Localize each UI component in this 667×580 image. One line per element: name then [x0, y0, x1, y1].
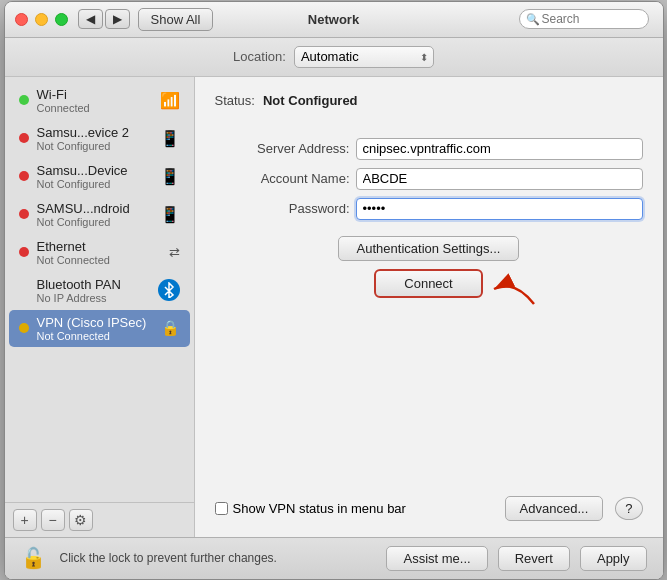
password-label: Password:	[215, 201, 350, 216]
minimize-button[interactable]	[35, 13, 48, 26]
phone-icon-2: 📱	[160, 167, 180, 186]
location-bar: Location: Automatic ⬍	[5, 38, 663, 77]
buttons-row: Authentication Settings... Connect	[215, 236, 643, 298]
item-sub-samsungandroid: Not Configured	[37, 216, 152, 228]
account-name-label: Account Name:	[215, 171, 350, 186]
sidebar-list: Wi-Fi Connected 📶 Samsu...evice 2 Not Co…	[5, 77, 194, 502]
location-select-wrapper: Automatic ⬍	[294, 46, 434, 68]
item-name-samsungandroid: SAMSU...ndroid	[37, 201, 152, 216]
assist-me-button[interactable]: Assist me...	[386, 546, 487, 571]
footer: 🔓 Click the lock to prevent further chan…	[5, 537, 663, 579]
back-button[interactable]: ◀	[78, 9, 103, 29]
server-address-label: Server Address:	[215, 141, 350, 156]
status-dot-samsungdevice	[19, 171, 29, 181]
traffic-lights	[15, 13, 68, 26]
bottom-bar-panel: Show VPN status in menu bar Advanced... …	[215, 496, 643, 521]
item-name-wifi: Wi-Fi	[37, 87, 152, 102]
sidebar-bottom: + − ⚙	[5, 502, 194, 537]
lock-footer-icon[interactable]: 🔓	[21, 546, 46, 570]
network-window: ◀ ▶ Show All Network 🔍 Location: Automat…	[4, 1, 664, 580]
show-vpn-label: Show VPN status in menu bar	[233, 501, 406, 516]
spacer	[215, 308, 643, 486]
auth-settings-button[interactable]: Authentication Settings...	[338, 236, 520, 261]
status-dot-samsungandroid	[19, 209, 29, 219]
sidebar-item-ethernet[interactable]: Ethernet Not Connected ⇄	[9, 234, 190, 271]
item-sub-samsungdevice: Not Configured	[37, 178, 152, 190]
sidebar-item-samsungandroid[interactable]: SAMSU...ndroid Not Configured 📱	[9, 196, 190, 233]
remove-network-button[interactable]: −	[41, 509, 65, 531]
sidebar-item-bluetooth[interactable]: Bluetooth PAN No IP Address	[9, 272, 190, 309]
arrow-hint	[484, 259, 544, 312]
lock-text: Click the lock to prevent further change…	[60, 551, 377, 565]
status-dot-ethernet	[19, 247, 29, 257]
close-button[interactable]	[15, 13, 28, 26]
item-name-samsung2: Samsu...evice 2	[37, 125, 152, 140]
sidebar-item-samsungdevice[interactable]: Samsu...Device Not Configured 📱	[9, 158, 190, 195]
server-address-input[interactable]	[356, 138, 643, 160]
connect-button[interactable]: Connect	[374, 269, 482, 298]
window-title: Network	[308, 12, 359, 27]
password-input[interactable]	[356, 198, 643, 220]
status-dot-samsung2	[19, 133, 29, 143]
sidebar-item-samsung2[interactable]: Samsu...evice 2 Not Configured 📱	[9, 120, 190, 157]
account-name-input[interactable]	[356, 168, 643, 190]
forward-button[interactable]: ▶	[105, 9, 130, 29]
maximize-button[interactable]	[55, 13, 68, 26]
titlebar: ◀ ▶ Show All Network 🔍	[5, 2, 663, 38]
add-network-button[interactable]: +	[13, 509, 37, 531]
form-section: Server Address: Account Name: Password:	[215, 138, 643, 220]
search-box: 🔍	[519, 9, 649, 29]
item-name-bluetooth: Bluetooth PAN	[37, 277, 150, 292]
item-name-vpn: VPN (Cisco IPSec)	[37, 315, 153, 330]
phone-icon-1: 📱	[160, 129, 180, 148]
show-vpn-row: Show VPN status in menu bar	[215, 501, 406, 516]
status-dot-vpn	[19, 323, 29, 333]
item-name-samsungdevice: Samsu...Device	[37, 163, 152, 178]
phone-icon-3: 📱	[160, 205, 180, 224]
sidebar-item-vpn[interactable]: VPN (Cisco IPSec) Not Connected 🔒	[9, 310, 190, 347]
show-vpn-checkbox[interactable]	[215, 502, 228, 515]
wifi-icon: 📶	[160, 91, 180, 110]
account-name-row: Account Name:	[215, 168, 643, 190]
location-label: Location:	[233, 49, 286, 64]
bluetooth-icon	[158, 279, 180, 301]
item-sub-vpn: Not Connected	[37, 330, 153, 342]
help-button[interactable]: ?	[615, 497, 642, 520]
sidebar-item-wifi[interactable]: Wi-Fi Connected 📶	[9, 82, 190, 119]
status-value: Not Configured	[263, 93, 358, 108]
password-row: Password:	[215, 198, 643, 220]
location-select[interactable]: Automatic	[294, 46, 434, 68]
item-sub-samsung2: Not Configured	[37, 140, 152, 152]
apply-button[interactable]: Apply	[580, 546, 647, 571]
lock-icon: 🔒	[161, 319, 180, 337]
advanced-button[interactable]: Advanced...	[505, 496, 604, 521]
server-address-row: Server Address:	[215, 138, 643, 160]
sidebar: Wi-Fi Connected 📶 Samsu...evice 2 Not Co…	[5, 77, 195, 537]
main-content: Wi-Fi Connected 📶 Samsu...evice 2 Not Co…	[5, 77, 663, 537]
main-panel: Status: Not Configured Server Address: A…	[195, 77, 663, 537]
ethernet-icon: ⇄	[169, 245, 180, 260]
item-sub-wifi: Connected	[37, 102, 152, 114]
item-sub-ethernet: Not Connected	[37, 254, 161, 266]
item-sub-bluetooth: No IP Address	[37, 292, 150, 304]
status-dot-wifi	[19, 95, 29, 105]
status-label: Status:	[215, 93, 255, 108]
nav-buttons: ◀ ▶ Show All	[78, 8, 214, 31]
item-name-ethernet: Ethernet	[37, 239, 161, 254]
status-row: Status: Not Configured	[215, 93, 643, 108]
show-all-button[interactable]: Show All	[138, 8, 214, 31]
gear-button[interactable]: ⚙	[69, 509, 93, 531]
search-icon: 🔍	[526, 13, 540, 26]
revert-button[interactable]: Revert	[498, 546, 570, 571]
